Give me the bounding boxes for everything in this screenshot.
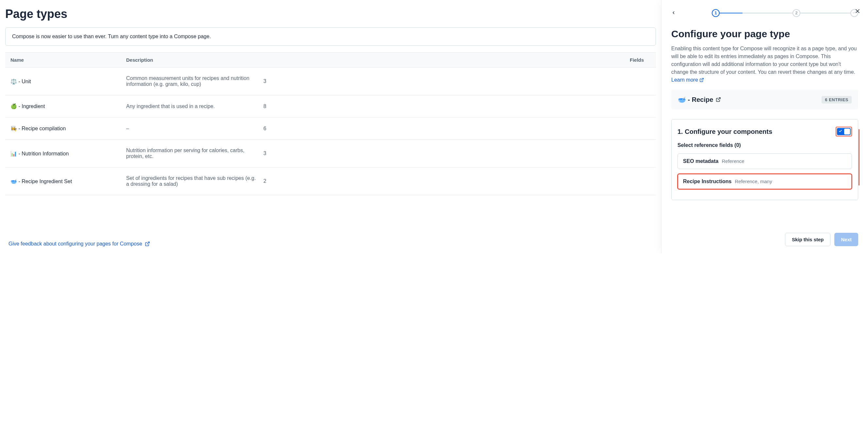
row-description: – bbox=[126, 126, 264, 132]
row-fields: 3 bbox=[264, 78, 289, 84]
close-icon bbox=[854, 7, 861, 16]
main-panel: Page types Compose is now easier to use … bbox=[0, 0, 661, 253]
configure-components-card: 1. Configure your components Select refe… bbox=[671, 119, 858, 200]
row-fields: 6 bbox=[264, 126, 289, 132]
components-toggle[interactable] bbox=[837, 128, 851, 135]
side-panel: 1 2 Configure your page type Enabling th… bbox=[661, 0, 868, 253]
stepper-row: 1 2 bbox=[661, 0, 868, 22]
step-line bbox=[720, 13, 743, 13]
row-fields: 8 bbox=[264, 103, 289, 109]
svg-line-3 bbox=[701, 78, 703, 80]
info-banner: Compose is now easier to use than ever. … bbox=[5, 27, 656, 46]
entries-badge: 6 ENTRIES bbox=[822, 96, 852, 103]
close-button[interactable] bbox=[853, 6, 862, 18]
highlight-annotation bbox=[859, 129, 860, 186]
content-type-card: 🥣 - Recipe 6 ENTRIES bbox=[671, 90, 858, 109]
external-link-icon bbox=[716, 97, 721, 102]
step-line bbox=[743, 13, 793, 13]
table-row[interactable]: 📊 - Nutrition Information Nutrition info… bbox=[5, 140, 656, 167]
row-name: 📊 - Nutrition Information bbox=[5, 151, 126, 157]
col-header-description: Description bbox=[126, 57, 630, 63]
svg-line-0 bbox=[147, 242, 149, 244]
row-name: 🍏 - Ingredient bbox=[5, 103, 126, 109]
page-types-table: Name Description Fields ⚖️ - Unit Common… bbox=[5, 52, 656, 195]
ref-field-type: Reference, many bbox=[735, 178, 772, 184]
check-icon bbox=[839, 129, 842, 134]
row-name: 👩‍🍳 - Recipe compilation bbox=[5, 125, 126, 132]
row-name: 🥣 - Recipe Ingredient Set bbox=[5, 178, 126, 185]
row-fields: 3 bbox=[264, 151, 289, 156]
svg-line-4 bbox=[718, 98, 720, 100]
panel-description: Enabling this content type for Compose w… bbox=[671, 45, 858, 84]
content-type-name[interactable]: 🥣 - Recipe bbox=[678, 96, 721, 103]
step-line bbox=[800, 13, 850, 13]
config-title: 1. Configure your components bbox=[678, 128, 772, 135]
row-description: Nutrition information per serving for ca… bbox=[126, 147, 264, 159]
row-fields: 2 bbox=[264, 178, 289, 184]
chevron-left-icon bbox=[671, 9, 676, 16]
feedback-text: Give feedback about configuring your pag… bbox=[8, 241, 142, 247]
row-description: Common measurement units for recipes and… bbox=[126, 75, 264, 87]
stepper: 1 2 bbox=[712, 9, 858, 17]
step-1: 1 bbox=[712, 9, 720, 17]
table-row[interactable]: ⚖️ - Unit Common measurement units for r… bbox=[5, 68, 656, 95]
ref-field-name: Recipe Instructions bbox=[683, 178, 732, 185]
toggle-highlight bbox=[836, 127, 852, 136]
skip-button[interactable]: Skip this step bbox=[785, 233, 831, 246]
feedback-link[interactable]: Give feedback about configuring your pag… bbox=[8, 241, 150, 247]
col-header-fields: Fields bbox=[630, 57, 656, 63]
reference-field-option[interactable]: Recipe Instructions Reference, many bbox=[678, 174, 852, 189]
col-header-name: Name bbox=[5, 57, 126, 63]
row-description: Set of ingredients for recipes that have… bbox=[126, 175, 264, 187]
row-name: ⚖️ - Unit bbox=[5, 78, 126, 85]
toggle-knob bbox=[844, 129, 850, 134]
ref-field-name: SEO metadata bbox=[683, 158, 718, 164]
panel-footer: Skip this step Next bbox=[661, 226, 868, 253]
page-title: Page types bbox=[5, 7, 656, 21]
external-link-icon bbox=[700, 78, 704, 82]
panel-content: Configure your page type Enabling this c… bbox=[661, 22, 868, 226]
table-row[interactable]: 👩‍🍳 - Recipe compilation – 6 bbox=[5, 118, 656, 140]
select-fields-label: Select reference fields (0) bbox=[678, 142, 852, 148]
panel-title: Configure your page type bbox=[671, 28, 858, 39]
ref-field-type: Reference bbox=[721, 158, 744, 164]
back-button[interactable] bbox=[671, 8, 679, 18]
table-row[interactable]: 🥣 - Recipe Ingredient Set Set of ingredi… bbox=[5, 167, 656, 195]
learn-more-link[interactable]: Learn more bbox=[671, 76, 704, 84]
step-2: 2 bbox=[793, 9, 800, 17]
reference-field-option[interactable]: SEO metadata Reference bbox=[678, 154, 852, 169]
table-header: Name Description Fields bbox=[5, 53, 656, 68]
row-description: Any ingredient that is used in a recipe. bbox=[126, 103, 264, 109]
external-link-icon bbox=[145, 241, 150, 246]
next-button[interactable]: Next bbox=[834, 233, 858, 246]
table-row[interactable]: 🍏 - Ingredient Any ingredient that is us… bbox=[5, 95, 656, 118]
